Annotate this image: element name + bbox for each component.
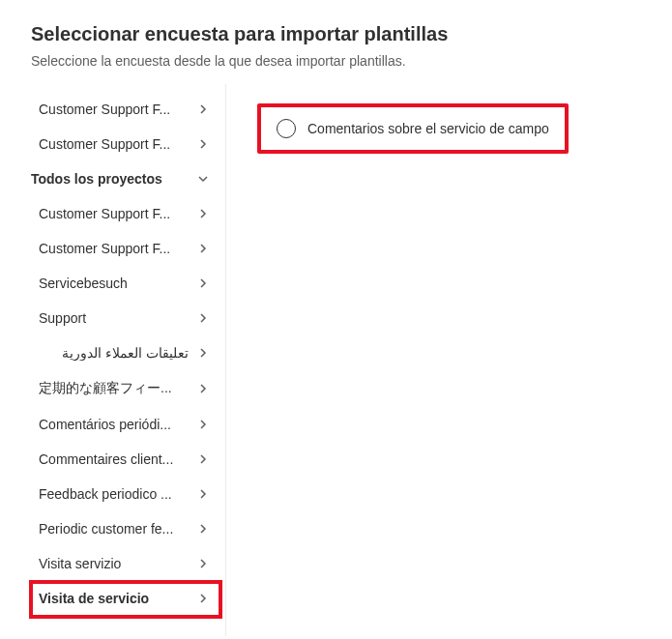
survey-options-panel: Comentarios sobre el servicio de campo: [226, 84, 672, 636]
tree-group-label: Todos los proyectos: [31, 171, 189, 187]
chevron-right-icon: [196, 452, 210, 466]
tree-group-all-projects[interactable]: Todos los proyectos: [0, 161, 225, 196]
dialog-header: Seleccionar encuesta para importar plant…: [0, 0, 672, 84]
chevron-right-icon: [196, 311, 210, 325]
tree-item-label: Commentaires client...: [39, 451, 189, 467]
tree-item-label: Visita servizio: [39, 556, 189, 571]
tree-item[interactable]: Feedback periodico ...: [0, 477, 225, 511]
tree-item-label: Customer Support F...: [39, 241, 189, 256]
dialog-content: Customer Support F... Customer Support F…: [0, 84, 672, 636]
tree-item[interactable]: Visita servizio: [0, 546, 225, 581]
tree-item-label: Periodic customer fe...: [39, 521, 189, 537]
tree-item-label: Customer Support F...: [39, 102, 189, 117]
tree-item[interactable]: Periodic customer fe...: [0, 511, 225, 546]
chevron-right-icon: [196, 418, 210, 431]
dialog-title: Seleccionar encuesta para importar plant…: [31, 23, 641, 45]
project-tree-sidebar: Customer Support F... Customer Support F…: [0, 84, 226, 636]
tree-item-label: Visita de servicio: [39, 591, 189, 606]
survey-option[interactable]: Comentarios sobre el servicio de campo: [265, 111, 561, 146]
chevron-right-icon: [196, 382, 210, 395]
tree-item[interactable]: Customer Support F...: [0, 92, 225, 127]
survey-option-label: Comentarios sobre el servicio de campo: [307, 121, 549, 136]
chevron-right-icon: [196, 487, 210, 501]
radio-icon[interactable]: [277, 119, 296, 138]
chevron-right-icon: [196, 346, 210, 360]
tree-item[interactable]: Support: [0, 301, 225, 335]
chevron-right-icon: [196, 522, 210, 536]
tree-item[interactable]: Comentários periódi...: [0, 407, 225, 442]
chevron-right-icon: [196, 102, 210, 116]
tree-item[interactable]: Commentaires client...: [0, 442, 225, 477]
chevron-right-icon: [196, 242, 210, 255]
dialog-subtitle: Seleccione la encuesta desde la que dese…: [31, 53, 641, 69]
tree-item-label: Servicebesuch: [39, 276, 189, 291]
annotation-highlight-option: Comentarios sobre el servicio de campo: [257, 103, 569, 154]
tree-item-label: Support: [39, 310, 189, 326]
tree-item-label: تعليقات العملاء الدورية: [39, 345, 189, 361]
chevron-down-icon: [196, 172, 210, 186]
tree-item[interactable]: Customer Support F...: [0, 127, 225, 161]
tree-item[interactable]: Servicebesuch: [0, 266, 225, 301]
tree-item-label: Feedback periodico ...: [39, 486, 189, 502]
tree-item[interactable]: Customer Support F...: [0, 231, 225, 266]
chevron-right-icon: [196, 276, 210, 290]
chevron-right-icon: [196, 137, 210, 151]
chevron-right-icon: [196, 557, 210, 570]
tree-item[interactable]: Customer Support F...: [0, 196, 225, 231]
chevron-right-icon: [196, 592, 210, 605]
tree-item-label: Customer Support F...: [39, 136, 189, 152]
chevron-right-icon: [196, 207, 210, 220]
tree-item-label: 定期的な顧客フィー...: [39, 380, 189, 397]
tree-item-label: Comentários periódi...: [39, 417, 189, 432]
tree-item[interactable]: تعليقات العملاء الدورية: [0, 335, 225, 370]
tree-item-selected[interactable]: Visita de servicio: [0, 581, 225, 616]
tree-item[interactable]: 定期的な顧客フィー...: [0, 370, 225, 407]
tree-item-label: Customer Support F...: [39, 206, 189, 221]
